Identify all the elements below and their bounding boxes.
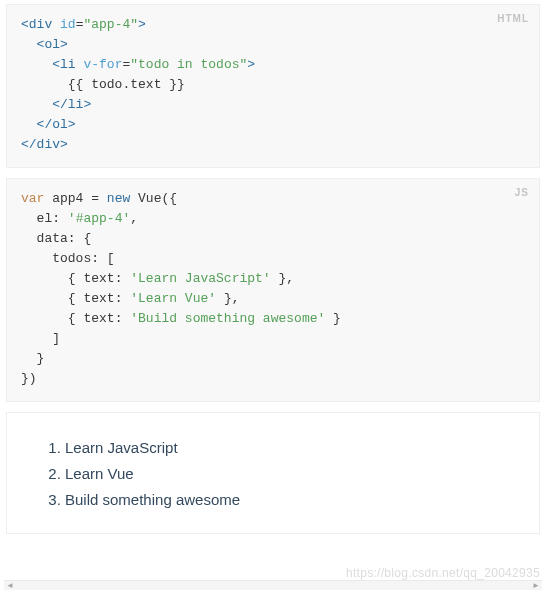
output-list: Learn JavaScript Learn Vue Build somethi…: [41, 435, 505, 513]
code-block-js: JS var app4 = new Vue({ el: '#app-4', da…: [6, 178, 540, 402]
code-line: el: '#app-4',: [21, 209, 525, 229]
list-item: Learn JavaScript: [65, 435, 505, 461]
list-item: Learn Vue: [65, 461, 505, 487]
horizontal-scrollbar[interactable]: ◄ ►: [4, 580, 542, 590]
code-line: { text: 'Learn JavaScript' },: [21, 269, 525, 289]
scroll-right-icon[interactable]: ►: [530, 581, 542, 590]
code-line: <ol>: [21, 35, 525, 55]
watermark: https://blog.csdn.net/qq_20042935: [346, 566, 540, 580]
code-line: { text: 'Learn Vue' },: [21, 289, 525, 309]
scroll-left-icon[interactable]: ◄: [4, 581, 16, 590]
code-line: <li v-for="todo in todos">: [21, 55, 525, 75]
code-line: }: [21, 349, 525, 369]
code-block-html: HTML <div id="app-4"> <ol> <li v-for="to…: [6, 4, 540, 168]
code-line: var app4 = new Vue({: [21, 189, 525, 209]
code-line: </li>: [21, 95, 525, 115]
lang-label-html: HTML: [497, 9, 529, 29]
code-line: data: {: [21, 229, 525, 249]
lang-label-js: JS: [515, 183, 529, 203]
code-line: todos: [: [21, 249, 525, 269]
code-line: </div>: [21, 135, 525, 155]
code-line: </ol>: [21, 115, 525, 135]
code-line: <div id="app-4">: [21, 15, 525, 35]
code-line: { text: 'Build something awesome' }: [21, 309, 525, 329]
code-line: ]: [21, 329, 525, 349]
code-line: {{ todo.text }}: [21, 75, 525, 95]
code-line: }): [21, 369, 525, 389]
list-item: Build something awesome: [65, 487, 505, 513]
output-block: Learn JavaScript Learn Vue Build somethi…: [6, 412, 540, 534]
